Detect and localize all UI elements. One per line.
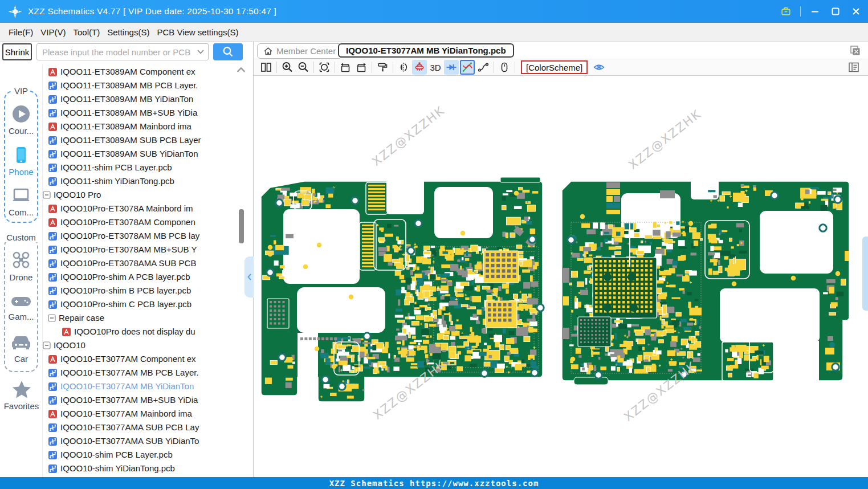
tree-item[interactable]: IQOO10Pro-ET3078AMA SUB PCB <box>43 256 254 270</box>
three-d-label: 3D <box>430 63 441 72</box>
sidebar-item-computer[interactable]: Com... <box>5 185 37 217</box>
menu-vip[interactable]: VIP(V) <box>40 27 66 37</box>
pcb-file-icon <box>48 368 58 378</box>
license-icon[interactable] <box>780 5 792 18</box>
chevron-down-icon[interactable] <box>197 50 204 54</box>
zoom-out-button[interactable] <box>296 60 311 75</box>
search-input[interactable] <box>36 43 209 60</box>
tree-item[interactable]: IQOO11-ET3089AM SUB YiDianTon <box>43 147 254 161</box>
sidebar-item-course[interactable]: Cour... <box>5 103 37 136</box>
paint-roller-button[interactable] <box>375 60 390 75</box>
tree-group[interactable]: IQOO10 Pro <box>43 188 254 202</box>
menu-pcb-view-settings[interactable]: PCB View settings(S) <box>157 27 238 37</box>
curve-icon <box>477 61 490 74</box>
pdf-file-icon <box>62 327 71 337</box>
minimize-icon[interactable] <box>809 5 821 18</box>
zoom-in-button[interactable] <box>280 60 295 75</box>
pcb-file-icon <box>48 259 58 268</box>
tree-item[interactable]: IQOO10Pro does not display du <box>43 325 254 339</box>
panel-toggle-icon[interactable] <box>847 61 860 74</box>
pcb-file-icon <box>48 81 58 91</box>
colorscheme-button[interactable]: [ColorScheme] <box>521 60 588 74</box>
pcb-file-icon <box>48 245 58 255</box>
pcb-canvas[interactable]: XZZ@XZZHKXZZ@XZZHKXZZ@XZZHKXZZ@XZZHK <box>254 76 868 477</box>
status-text: XZZ Schematics https://www.xzztools.com <box>329 479 539 488</box>
collapse-icon[interactable] <box>48 314 56 322</box>
tree-scroll-up-icon[interactable] <box>236 65 246 74</box>
tree-group[interactable]: IQOO10 <box>43 339 254 352</box>
tree-item[interactable]: IQOO11-ET3089AM MB PCB Layer. <box>43 79 254 92</box>
title-bar: XZZ Schematics V4.77 [ VIP Due date: 202… <box>0 0 868 23</box>
tree-scrollbar[interactable] <box>239 209 244 243</box>
viewer-toolbar: 3D[ColorScheme] <box>254 59 868 76</box>
diode-button[interactable] <box>444 60 459 75</box>
tab-active-pcb[interactable]: IQOO10-ET3077AM MB YiDianTong.pcb <box>338 43 514 58</box>
tree-item[interactable]: IQOO10Pro-ET3078A Mainbord im <box>43 202 254 215</box>
tree-item[interactable]: IQOO10-ET3077AM Mainbord ima <box>43 407 254 421</box>
tree-item[interactable]: IQOO10Pro-ET3078AM Componen <box>43 215 254 229</box>
pcb-file-icon <box>48 163 58 173</box>
tree-item[interactable]: IQOO10-ET3077AM MB YiDianTon <box>43 380 254 393</box>
lamp-icon <box>413 61 426 74</box>
tree-item[interactable]: IQOO11-ET3089AM SUB PCB Layer <box>43 133 254 147</box>
paint-roller-icon <box>376 61 389 74</box>
mouse-button[interactable] <box>497 60 512 75</box>
curve-button[interactable] <box>476 60 491 75</box>
shrink-button[interactable]: Shrink <box>2 43 32 60</box>
fit-selection-button[interactable] <box>317 60 332 75</box>
toolbar-separator <box>494 62 494 73</box>
collapse-icon[interactable] <box>43 341 51 349</box>
tree-group[interactable]: Repair case <box>43 311 254 325</box>
left-panel: Shrink VIP Cour... Phone <box>0 42 254 477</box>
tree-item[interactable]: IQOO11-shim PCB Layer.pcb <box>43 161 254 174</box>
tree-item[interactable]: IQOO10Pro-shim B PCB layer.pcb <box>43 284 254 298</box>
close-icon[interactable] <box>850 5 862 18</box>
tree-item[interactable]: IQOO11-ET3089AM MB+SUB YiDia <box>43 106 254 120</box>
tree-item[interactable]: IQOO10Pro-ET3078AM MB+SUB Y <box>43 243 254 256</box>
menu-tool[interactable]: Tool(T) <box>74 27 100 37</box>
eye-button[interactable] <box>592 60 606 75</box>
tree-item[interactable]: IQOO10Pro-shim A PCB layer.pcb <box>43 270 254 284</box>
maximize-icon[interactable] <box>829 5 842 18</box>
pdf-file-icon <box>48 122 58 132</box>
tree-item[interactable]: IQOO10Pro-ET3078AM MB PCB lay <box>43 229 254 243</box>
app-logo-icon <box>7 4 23 19</box>
sidebar-item-phone[interactable]: Phone <box>5 144 37 177</box>
pcb-file-icon <box>48 286 58 296</box>
sidebar-item-game[interactable]: Gam... <box>5 291 37 321</box>
tree-item[interactable]: IQOO10-shim YiDianTong.pcb <box>43 462 254 475</box>
tree-item[interactable]: IQOO10-ET3077AM MB+SUB YiDia <box>43 393 254 407</box>
tree-item[interactable]: IQOO11-ET3089AM Component ex <box>43 65 254 79</box>
zoom-in-icon <box>281 61 294 74</box>
tree-item[interactable]: IQOO10-ET3077AMA SUB YiDianTo <box>43 434 254 448</box>
tree-item[interactable]: IQOO11-ET3089AM MB YiDianTon <box>43 92 254 106</box>
tree-item[interactable]: IQOO10Pro-shim C PCB layer.pcb <box>43 298 254 311</box>
rotate-right-button[interactable] <box>354 60 369 75</box>
titlebar-separator <box>800 6 801 17</box>
tree-item[interactable]: IQOO10-ET3077AMA SUB PCB Lay <box>43 421 254 434</box>
menu-file[interactable]: File(F) <box>9 27 33 37</box>
sidebar-item-car[interactable]: Car <box>5 332 37 364</box>
dual-view-button[interactable] <box>259 60 274 75</box>
sidebar-item-drone[interactable]: Drone <box>5 248 37 282</box>
lamp-button[interactable] <box>412 60 427 75</box>
sidebar-group-vip-title: VIP <box>13 86 30 96</box>
member-center-button[interactable]: Member Center <box>257 43 342 59</box>
zoom-out-icon <box>297 61 309 74</box>
rotate-left-button[interactable] <box>338 60 353 75</box>
collapse-icon[interactable] <box>43 191 51 199</box>
mirror-flip-button[interactable] <box>396 60 411 75</box>
measure-button[interactable] <box>460 60 475 75</box>
tree-item[interactable]: IQOO10-ET3077AM Component ex <box>43 352 254 366</box>
tree-item[interactable]: IQOO10-ET3077AM MB PCB Layer. <box>43 366 254 380</box>
three-d-button[interactable]: 3D <box>428 60 443 75</box>
menu-settings[interactable]: Settings(S) <box>107 27 149 37</box>
sidebar-item-favorites[interactable]: Favorites <box>0 379 43 411</box>
tree-item[interactable]: IQOO11-ET3089AM Mainbord ima <box>43 120 254 133</box>
search-button[interactable] <box>213 43 243 60</box>
viewer-right-scroll-handle[interactable] <box>862 237 868 311</box>
tree-collapse-handle[interactable] <box>244 256 254 298</box>
tree-item[interactable]: IQOO10-shim PCB Layer.pcb <box>43 448 254 462</box>
tree-item[interactable]: IQOO11-shim YiDianTong.pcb <box>43 174 254 188</box>
close-all-tabs-icon[interactable] <box>850 45 861 56</box>
